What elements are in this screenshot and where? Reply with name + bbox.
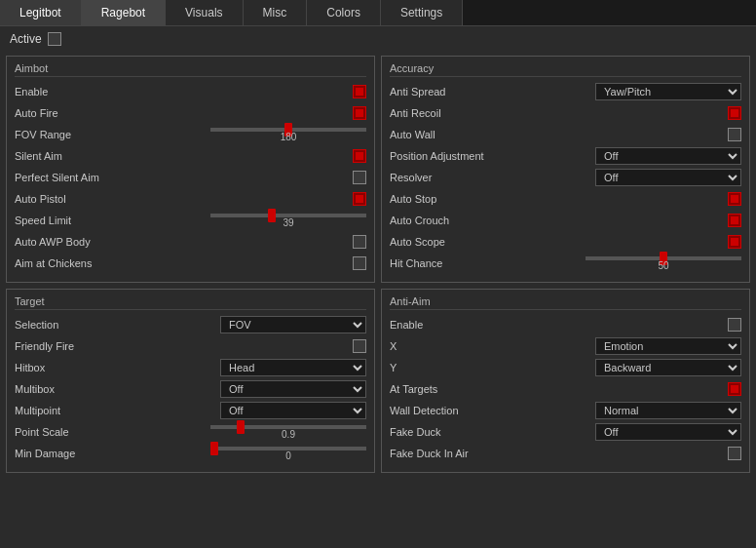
autowall-checkbox[interactable] [728, 128, 741, 141]
row-autoscope: Auto Scope [390, 233, 741, 251]
label-enable: Enable [15, 86, 112, 98]
autoscope-checkbox[interactable] [728, 235, 741, 249]
resolver-dropdown[interactable]: Off On [595, 169, 741, 186]
active-row: Active [0, 26, 756, 52]
pointscale-value: 0.9 [282, 429, 295, 440]
label-mindmg: Min Damage [15, 448, 112, 459]
label-hitbox: Hitbox [15, 362, 112, 373]
tab-ragebot[interactable]: Ragebot [82, 0, 166, 25]
active-label: Active [10, 32, 42, 46]
antirecoil-checkbox[interactable] [728, 106, 741, 120]
nav-tabs: Legitbot Ragebot Visuals Misc Colors Set… [0, 0, 756, 26]
row-multipoint: Multipoint Off On [15, 402, 366, 419]
row-antispread: Anti Spread Yaw/Pitch Off [390, 83, 741, 100]
row-posadj: Position Adjustment Off On [390, 147, 741, 165]
autocrouch-checkbox[interactable] [728, 214, 741, 227]
label-selection: Selection [15, 319, 112, 331]
label-awpbody: Auto AWP Body [15, 236, 112, 248]
label-speedlimit: Speed Limit [15, 215, 112, 226]
multipoint-dropdown[interactable]: Off On [220, 402, 366, 419]
active-checkbox[interactable] [48, 32, 61, 46]
row-autowall: Auto Wall [390, 126, 741, 143]
label-autopistol: Auto Pistol [15, 193, 112, 205]
posadj-dropdown[interactable]: Off On [595, 147, 741, 165]
antispread-dropdown[interactable]: Yaw/Pitch Off [595, 83, 741, 100]
label-multipoint: Multipoint [15, 405, 112, 416]
row-x: X Emotion Off [390, 337, 741, 355]
chickens-checkbox[interactable] [353, 256, 366, 270]
aa-enable-checkbox[interactable] [728, 318, 741, 332]
antiaim-panel: Anti-Aim Enable X Emotion Off Y Backward… [381, 289, 750, 473]
label-antispread: Anti Spread [390, 86, 487, 98]
row-fakeduckair: Fake Duck In Air [390, 445, 741, 462]
label-posadj: Position Adjustment [390, 150, 487, 162]
label-x: X [390, 340, 487, 352]
row-fakeduck: Fake Duck Off On [390, 423, 741, 441]
row-multibox: Multibox Off On [15, 380, 366, 398]
friendlyfire-checkbox[interactable] [353, 339, 366, 353]
x-dropdown[interactable]: Emotion Off [595, 337, 741, 355]
y-dropdown[interactable]: Backward Off [595, 359, 741, 376]
label-autoscope: Auto Scope [390, 236, 487, 248]
antiaim-title: Anti-Aim [390, 295, 741, 310]
row-selection: Selection FOV Distance [15, 316, 366, 333]
hitbox-dropdown[interactable]: Head Body [220, 359, 366, 376]
row-autostop: Auto Stop [390, 190, 741, 208]
awpbody-checkbox[interactable] [353, 235, 366, 249]
accuracy-panel: Accuracy Anti Spread Yaw/Pitch Off Anti … [381, 56, 750, 283]
tab-legitbot[interactable]: Legitbot [0, 0, 82, 25]
fov-value: 180 [281, 132, 297, 142]
label-attargets: At Targets [390, 383, 487, 395]
multibox-dropdown[interactable]: Off On [220, 380, 366, 398]
row-mindmg: Min Damage 0 [15, 445, 366, 462]
row-chickens: Aim at Chickens [15, 254, 366, 272]
main-content: Aimbot Enable Auto Fire FOV Range 180 Si… [0, 52, 756, 477]
target-title: Target [15, 295, 366, 310]
label-aa-enable: Enable [390, 319, 487, 331]
label-chickens: Aim at Chickens [15, 257, 112, 269]
label-resolver: Resolver [390, 172, 487, 183]
tab-settings[interactable]: Settings [381, 0, 463, 25]
aimbot-title: Aimbot [15, 62, 366, 77]
row-awpbody: Auto AWP Body [15, 233, 366, 251]
label-friendlyfire: Friendly Fire [15, 340, 112, 352]
row-y: Y Backward Off [390, 359, 741, 376]
tab-visuals[interactable]: Visuals [166, 0, 243, 25]
row-aa-enable: Enable [390, 316, 741, 333]
walldetect-dropdown[interactable]: Normal Off [595, 402, 741, 419]
selection-dropdown[interactable]: FOV Distance [220, 316, 366, 333]
autofire-checkbox[interactable] [353, 106, 366, 120]
row-hitchance: Hit Chance 50 [390, 254, 741, 272]
mindmg-value: 0 [285, 450, 291, 461]
fakeduck-dropdown[interactable]: Off On [595, 423, 741, 441]
perfectsilent-checkbox[interactable] [353, 171, 366, 184]
label-perfectsilent: Perfect Silent Aim [15, 172, 112, 183]
target-panel: Target Selection FOV Distance Friendly F… [6, 289, 375, 473]
silentaim-checkbox[interactable] [353, 149, 366, 163]
label-hitchance: Hit Chance [390, 257, 487, 269]
label-y: Y [390, 362, 487, 373]
row-friendlyfire: Friendly Fire [15, 337, 366, 355]
aimbot-panel: Aimbot Enable Auto Fire FOV Range 180 Si… [6, 56, 375, 283]
row-pointscale: Point Scale 0.9 [15, 423, 366, 441]
hitchance-value: 50 [658, 260, 668, 271]
row-speedlimit: Speed Limit 39 [15, 212, 366, 229]
fakeduckair-checkbox[interactable] [728, 447, 741, 460]
attargets-checkbox[interactable] [728, 382, 741, 396]
autostop-checkbox[interactable] [728, 192, 741, 206]
tab-misc[interactable]: Misc [244, 0, 308, 25]
row-enable: Enable [15, 83, 366, 100]
row-fov: FOV Range 180 [15, 126, 366, 143]
label-autowall: Auto Wall [390, 129, 487, 140]
row-autopistol: Auto Pistol [15, 190, 366, 208]
row-resolver: Resolver Off On [390, 169, 741, 186]
row-antirecoil: Anti Recoil [390, 104, 741, 122]
row-silentaim: Silent Aim [15, 147, 366, 165]
label-fakeduck: Fake Duck [390, 426, 487, 438]
row-walldetect: Wall Detection Normal Off [390, 402, 741, 419]
enable-checkbox[interactable] [353, 85, 366, 98]
label-antirecoil: Anti Recoil [390, 107, 487, 119]
tab-colors[interactable]: Colors [307, 0, 381, 25]
autopistol-checkbox[interactable] [353, 192, 366, 206]
speedlimit-value: 39 [283, 217, 293, 228]
